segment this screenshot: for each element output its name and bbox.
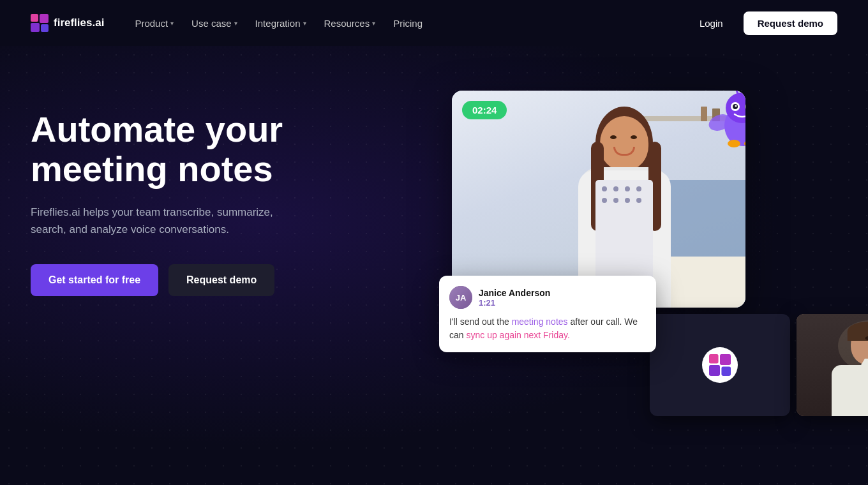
svg-rect-2 [31,23,40,32]
nav-pricing[interactable]: Pricing [385,13,430,34]
svg-rect-0 [31,14,38,22]
chevron-down-icon: ▾ [303,20,306,27]
svg-rect-3 [41,24,49,32]
chat-header: JA Janice Anderson 1:21 [449,286,646,309]
chat-message: I'll send out the meeting notes after ou… [449,315,646,342]
chat-avatar: JA [449,286,472,309]
request-demo-button[interactable]: Request demo [744,11,837,35]
hero-visual: 02:24 [439,84,837,485]
request-demo-hero-button[interactable]: Request demo [168,264,274,296]
robot-icon [707,91,745,158]
svg-point-12 [735,105,737,107]
svg-rect-23 [721,366,731,376]
timer-badge: 02:24 [462,101,507,119]
nav-product[interactable]: Product ▾ [127,13,181,34]
man-figure [797,314,868,416]
hero-title: Automate your meeting notes [31,110,388,188]
nav-usecase[interactable]: Use case ▾ [184,13,245,34]
video-card-man [797,314,868,416]
svg-rect-21 [720,354,731,365]
robot-mascot [707,91,745,160]
chat-user-info: Janice Anderson 1:21 [479,288,550,308]
chat-name: Janice Anderson [479,288,550,298]
nav-left: fireflies.ai Product ▾ Use case ▾ Integr… [31,13,430,34]
video-card-main: 02:24 [452,91,745,308]
logo-text: fireflies.ai [54,17,104,29]
hero-content: Automate your meeting notes Fireflies.ai… [31,84,388,296]
navbar: fireflies.ai Product ▾ Use case ▾ Integr… [0,0,868,46]
svg-rect-1 [40,14,49,23]
hero-section: Automate your meeting notes Fireflies.ai… [0,46,868,485]
logo-icon [31,14,49,32]
chevron-down-icon: ▾ [372,20,375,27]
highlight-sync-up: sync up again next Friday. [466,330,569,340]
chevron-down-icon: ▾ [170,20,174,27]
svg-line-14 [735,91,738,94]
chevron-down-icon: ▾ [234,20,237,27]
fireflies-logo-small [709,354,731,376]
svg-point-18 [728,140,740,147]
nav-right: Login Request demo [689,11,837,35]
login-button[interactable]: Login [689,13,733,34]
chat-time: 1:21 [479,298,550,308]
hero-subtitle: Fireflies.ai helps your team transcribe,… [31,204,311,238]
video-card-bottom [650,314,790,416]
get-started-button[interactable]: Get started for free [31,264,158,296]
chat-card: JA Janice Anderson 1:21 I'll send out th… [439,276,656,352]
nav-resources[interactable]: Resources ▾ [317,13,384,34]
highlight-meeting-notes: meeting notes [512,317,568,327]
svg-rect-20 [709,354,719,364]
nav-integration[interactable]: Integration ▾ [248,13,314,34]
logo[interactable]: fireflies.ai [31,14,104,32]
nav-links: Product ▾ Use case ▾ Integration ▾ Resou… [127,13,430,34]
fireflies-logo-circle [702,347,738,383]
svg-rect-22 [709,365,720,376]
hero-buttons: Get started for free Request demo [31,264,388,296]
